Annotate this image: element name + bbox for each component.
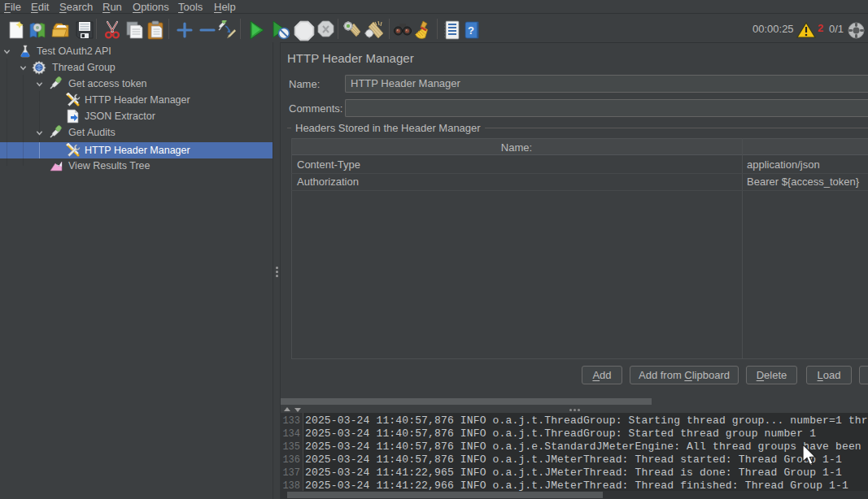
- svg-text:?: ?: [468, 24, 474, 37]
